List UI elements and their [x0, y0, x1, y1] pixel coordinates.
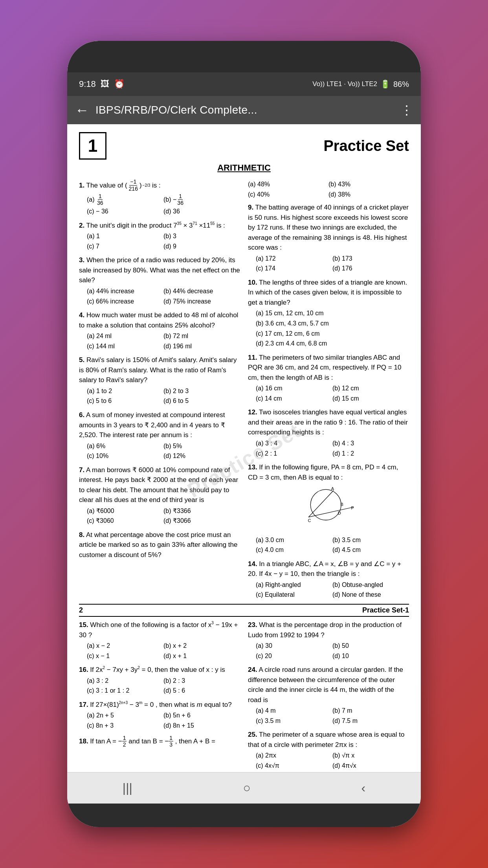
nav-title: IBPS/RRB/PO/Clerk Complete... [95, 104, 394, 116]
svg-text:D: D [338, 511, 341, 516]
options-7: (a) ₹6000 (b) ₹3366 (c) ₹3060 (d) ₹3066 [87, 506, 240, 526]
options-16: (a) 3 : 2 (b) 2 : 3 (c) 3 : 1 or 1 : 2 (… [87, 676, 240, 696]
left-column: 1. The value of (−1216)−2/3 is : (a) 136… [79, 178, 240, 604]
question-18: 18. If tan A = −12 and tan B = −13 , the… [79, 735, 240, 748]
circle-svg: A B C D P [301, 485, 356, 529]
signal-text: Vo)) LTE1 · Vo)) LTE2 [312, 80, 377, 88]
svg-text:C: C [308, 518, 311, 523]
back-nav-button[interactable]: ‹ [349, 777, 377, 799]
question-9: 9. The batting average of 40 innings of … [248, 202, 409, 274]
section-title: ARITHMETIC [79, 163, 409, 173]
options-25: (a) 2πx (b) √π x (c) 4x√π (d) 4π√x [256, 750, 409, 771]
practice-set-title: Practice Set [323, 138, 409, 154]
question-8: 8. At what percentage above the cost pri… [79, 530, 240, 560]
question-14: 14. In a triangle ABC, ∠A = x, ∠B = y an… [248, 559, 409, 600]
options-15: (a) x − 2 (b) x + 2 (c) x − 1 (d) x + 1 [87, 641, 240, 661]
question-13: 13. If in the following figure, PA = 8 c… [248, 462, 409, 555]
home-button[interactable]: ○ [231, 777, 262, 799]
questions-grid: 1. The value of (−1216)−2/3 is : (a) 136… [79, 178, 409, 604]
options-5: (a) 1 to 2 (b) 2 to 3 (c) 5 to 6 (d) 6 t… [87, 386, 240, 406]
time: 9:18 [79, 79, 96, 89]
question-1: 1. The value of (−1216)−2/3 is : (a) 136… [79, 178, 240, 217]
left-column-2: 15. Which one of the following is a fact… [79, 620, 240, 772]
content-area: 1 Practice Set ARITHMETIC 1. The value o… [67, 124, 421, 772]
footer-label: Practice Set-1 [362, 606, 409, 614]
svg-text:P: P [351, 506, 354, 510]
options-8: (a) 48% (b) 43% (c) 40% (d) 38% [248, 179, 409, 199]
question-15: 15. Which one of the following is a fact… [79, 620, 240, 661]
status-right: Vo)) LTE1 · Vo)) LTE2 🔋 86% [312, 79, 409, 89]
options-4: (a) 24 ml (b) 72 ml (c) 144 ml (d) 196 m… [87, 331, 240, 351]
questions-grid-2: 15. Which one of the following is a fact… [79, 620, 409, 772]
options-10: (a) 15 cm, 12 cm, 10 cm (b) 3.6 cm, 4.3 … [256, 308, 409, 348]
options-6: (a) 6% (b) 5% (c) 10% (d) 12% [87, 441, 240, 461]
page-footer: 2 Practice Set-1 [79, 604, 409, 617]
nav-bar: ← IBPS/RRB/PO/Clerk Complete... ⋮ [67, 96, 421, 124]
question-23: 23. What is the percentage drop in the p… [248, 620, 409, 661]
battery-percent: 86% [393, 80, 409, 89]
status-left: 9:18 🖼 ⏰ [79, 79, 125, 89]
status-bar: 9:18 🖼 ⏰ Vo)) LTE1 · Vo)) LTE2 🔋 86% [67, 72, 421, 96]
question-6: 6. A sum of money invested at compound i… [79, 410, 240, 461]
question-7: 7. A man borrows ₹ 6000 at 10% compound … [79, 465, 240, 526]
options-24: (a) 4 m (b) 7 m (c) 3.5 m (d) 7.5 m [256, 706, 409, 726]
clock-icon: ⏰ [114, 79, 125, 89]
page-header: 1 Practice Set [79, 132, 409, 160]
options-17: (a) 2n + 5 (b) 5n + 6 (c) 8n + 3 (d) 8n … [87, 710, 240, 730]
options-2: (a) 1 (b) 3 (c) 7 (d) 9 [87, 231, 240, 251]
question-5: 5. Ravi's salary is 150% of Amit's salar… [79, 355, 240, 406]
q8-options: (a) 48% (b) 43% (c) 40% (d) 38% [248, 179, 409, 199]
question-10: 10. The lengths of three sides of a tria… [248, 278, 409, 349]
options-11: (a) 16 cm (b) 12 cm (c) 14 cm (d) 15 cm [256, 383, 409, 403]
phone-top [67, 41, 421, 72]
bottom-nav: ||| ○ ‹ [67, 772, 421, 804]
options-13: (a) 3.0 cm (b) 3.5 cm (c) 4.0 cm (d) 4.5… [256, 535, 409, 555]
battery-icon: 🔋 [380, 79, 390, 89]
options-23: (a) 30 (b) 50 (c) 20 (d) 10 [256, 641, 409, 661]
page-1: 1 Practice Set ARITHMETIC 1. The value o… [79, 132, 409, 772]
svg-text:B: B [340, 502, 343, 507]
menu-button[interactable]: ⋮ [400, 103, 413, 118]
svg-line-1 [308, 507, 353, 517]
question-17: 17. If 27×(81)2n+3 − 3m = 0 , then what … [79, 700, 240, 731]
question-4: 4. How much water must be added to 48 ml… [79, 310, 240, 351]
options-3: (a) 44% increase (b) 44% decrease (c) 66… [87, 286, 240, 306]
circle-diagram: A B C D P [248, 485, 409, 532]
question-24: 24. A circle road runs around a circular… [248, 665, 409, 726]
phone-bottom [67, 804, 421, 827]
options-1: (a) 136 (b) −136 (c) − 36 (d) 36 [87, 193, 240, 217]
question-16: 16. If 2x2 − 7xy + 3y2 = 0, then the val… [79, 665, 240, 696]
question-12: 12. Two isosceles triangles have equal v… [248, 407, 409, 458]
footer-page-num: 2 [79, 606, 83, 614]
question-11: 11. The perimeters of two similar triang… [248, 353, 409, 404]
question-3: 3. When the price of a radio was reduced… [79, 255, 240, 306]
right-column-2: 23. What is the percentage drop in the p… [248, 620, 409, 772]
svg-text:A: A [331, 486, 334, 491]
options-12: (a) 3 : 4 (b) 4 : 3 (c) 2 : 1 (d) 1 : 2 [256, 438, 409, 458]
phone-frame: 9:18 🖼 ⏰ Vo)) LTE1 · Vo)) LTE2 🔋 86% ← I… [67, 41, 421, 827]
page-number: 1 [79, 132, 106, 160]
svg-line-2 [308, 491, 333, 517]
options-9: (a) 172 (b) 173 (c) 174 (d) 176 [256, 254, 409, 274]
right-column: (a) 48% (b) 43% (c) 40% (d) 38% 9. The b… [248, 178, 409, 604]
back-button[interactable]: ← [75, 102, 89, 118]
photo-icon: 🖼 [101, 79, 109, 89]
recent-apps-button[interactable]: ||| [111, 777, 144, 799]
question-25: 25. The perimeter of a square whose area… [248, 730, 409, 771]
question-2: 2. The unit's digit in the product 735 ×… [79, 221, 240, 252]
options-14: (a) Right-angled (b) Obtuse-angled (c) E… [256, 580, 409, 600]
